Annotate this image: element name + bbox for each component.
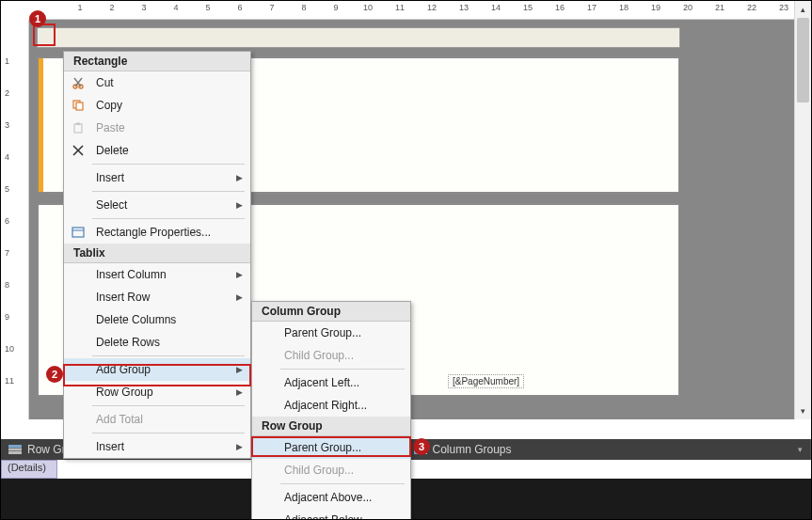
- report-header-bar[interactable]: [37, 27, 680, 48]
- submenu-arrow-icon: ▶: [236, 442, 243, 451]
- menu-cut[interactable]: Cut: [64, 71, 250, 94]
- svg-rect-12: [74, 124, 82, 133]
- menu-separator: [92, 433, 245, 433]
- details-group-item[interactable]: (Details): [1, 460, 57, 479]
- menu-delete-columns[interactable]: Delete Columns: [64, 308, 250, 331]
- submenu-adjacent-above[interactable]: Adjacent Above...: [252, 486, 410, 509]
- chevron-down-icon[interactable]: ▾: [798, 445, 803, 454]
- submenu-adjacent-right[interactable]: Adjacent Right...: [252, 394, 410, 417]
- menu-insert-2[interactable]: Insert ▶: [64, 435, 250, 458]
- submenu-adjacent-left[interactable]: Adjacent Left...: [252, 371, 410, 394]
- menu-separator: [92, 405, 245, 406]
- column-groups-pane[interactable]: Column Groups ▾: [406, 439, 812, 460]
- cut-icon: [68, 75, 88, 90]
- menu-delete-rows[interactable]: Delete Rows: [64, 331, 250, 354]
- menu-separator: [92, 164, 245, 165]
- submenu-arrow-icon: ▶: [236, 173, 243, 182]
- submenu-child-group-col: Child Group...: [252, 344, 410, 367]
- scroll-down-button[interactable]: ▾: [795, 402, 811, 419]
- menu-insert[interactable]: Insert ▶: [64, 166, 250, 189]
- row-groups-icon: [8, 445, 22, 454]
- submenu-header-column-group: Column Group: [252, 302, 410, 322]
- selection-indicator: [39, 58, 43, 192]
- context-submenu-addgroup: Column Group Parent Group... Child Group…: [251, 301, 411, 520]
- submenu-parent-group-row[interactable]: Parent Group...: [252, 436, 410, 459]
- column-groups-label: Column Groups: [433, 443, 512, 456]
- svg-rect-0: [8, 445, 22, 448]
- menu-insert-row[interactable]: Insert Row ▶: [64, 286, 250, 308]
- pagenum-expression[interactable]: [&PageNumber]: [448, 374, 524, 388]
- vertical-scrollbar[interactable]: ▴ ▾: [794, 1, 811, 419]
- scroll-thumb[interactable]: [797, 18, 809, 102]
- menu-delete[interactable]: Delete: [64, 139, 250, 162]
- menu-separator: [280, 483, 405, 484]
- submenu-arrow-icon: ▶: [236, 365, 243, 374]
- ruler-vertical: 1234567891011: [1, 20, 29, 419]
- callout-badge-2: 2: [46, 366, 63, 383]
- menu-rectangle-properties[interactable]: Rectangle Properties...: [64, 221, 250, 244]
- ruler-horizontal: 1234567891011121314151617181920212223: [29, 1, 804, 20]
- menu-separator: [280, 369, 405, 370]
- scroll-up-button[interactable]: ▴: [795, 1, 811, 18]
- paste-icon: [68, 120, 88, 135]
- submenu-parent-group-col[interactable]: Parent Group...: [252, 322, 410, 344]
- submenu-header-row-group: Row Group: [252, 417, 410, 436]
- svg-rect-16: [72, 228, 84, 237]
- submenu-adjacent-below[interactable]: Adjacent Below...: [252, 509, 410, 520]
- svg-rect-1: [8, 449, 22, 451]
- svg-rect-11: [76, 102, 83, 110]
- menu-select[interactable]: Select ▶: [64, 194, 250, 216]
- copy-icon: [68, 98, 88, 113]
- menu-row-group[interactable]: Row Group ▶: [64, 381, 250, 403]
- submenu-arrow-icon: ▶: [236, 200, 243, 210]
- menu-add-group[interactable]: Add Group ▶: [64, 358, 250, 381]
- menu-separator: [92, 355, 245, 356]
- submenu-arrow-icon: ▶: [236, 270, 243, 279]
- menu-add-total: Add Total: [64, 408, 250, 431]
- svg-rect-2: [8, 451, 22, 454]
- menu-separator: [92, 191, 245, 192]
- properties-icon: [68, 225, 88, 240]
- menu-paste: Paste: [64, 117, 250, 139]
- submenu-arrow-icon: ▶: [236, 292, 243, 302]
- menu-insert-column[interactable]: Insert Column ▶: [64, 263, 250, 286]
- callout-badge-3: 3: [413, 438, 430, 455]
- menu-separator: [92, 218, 245, 219]
- callout-badge-1: 1: [29, 10, 46, 27]
- submenu-child-group-row: Child Group...: [252, 459, 410, 481]
- delete-icon: [68, 143, 88, 158]
- svg-rect-13: [76, 123, 80, 126]
- menu-header-rectangle: Rectangle: [64, 52, 250, 71]
- context-menu-main: Rectangle Cut Copy Paste Delete Insert ▶…: [63, 51, 251, 459]
- menu-header-tablix: Tablix: [64, 244, 250, 263]
- menu-copy[interactable]: Copy: [64, 94, 250, 117]
- submenu-arrow-icon: ▶: [236, 387, 243, 397]
